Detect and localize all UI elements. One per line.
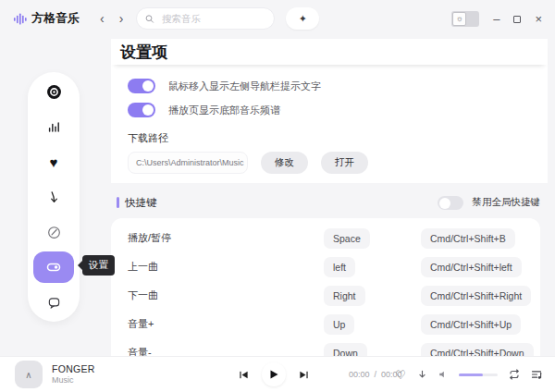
shortcut-action-label: 音量+ xyxy=(128,317,324,331)
maximize-icon xyxy=(513,16,521,23)
sidebar-item-favorites[interactable]: ♥ xyxy=(33,146,74,178)
chevron-up-icon: ∧ xyxy=(25,370,31,380)
nav-back-button[interactable]: ‹ xyxy=(100,12,105,25)
volume-fill xyxy=(459,374,483,376)
heart-icon: ♥ xyxy=(50,155,58,169)
shortcut-action-label: 下一曲 xyxy=(128,288,324,302)
page-title: 设置项 xyxy=(120,42,167,63)
shortcut-key-field[interactable]: left xyxy=(324,257,355,277)
volume-slider[interactable] xyxy=(459,374,498,376)
page-heading-strip: 设置项 xyxy=(111,39,548,65)
disable-global-shortcuts-label: 禁用全局快捷键 xyxy=(473,196,541,209)
shortcut-action-label: 上一曲 xyxy=(128,260,324,274)
settings-tooltip: 设置 xyxy=(82,255,115,276)
modify-path-button[interactable]: 修改 xyxy=(261,152,308,174)
play-icon xyxy=(270,370,278,379)
previous-button[interactable] xyxy=(239,370,249,380)
download-icon xyxy=(417,370,427,380)
theme-toggle[interactable]: ☼ xyxy=(451,11,479,27)
open-path-button[interactable]: 打开 xyxy=(321,152,368,174)
sidebar: ♥ xyxy=(28,72,80,322)
track-title: FONGER xyxy=(52,363,95,375)
shortcut-global-key-field[interactable]: Cmd/Ctrl+Shift+B xyxy=(421,228,515,249)
nav-forward-button[interactable]: › xyxy=(119,12,124,25)
download-path-row: C:\Users\Administrator\Music 修改 打开 xyxy=(128,152,548,174)
download-button[interactable] xyxy=(417,370,427,380)
section-accent-bar xyxy=(117,197,119,208)
setting-label: 播放页显示底部音乐频谱 xyxy=(168,104,280,117)
play-button[interactable] xyxy=(262,362,286,386)
disable-global-shortcuts-toggle[interactable] xyxy=(438,196,463,210)
search-icon xyxy=(145,14,154,24)
chat-bubble-icon xyxy=(47,296,61,310)
shortcut-key-field[interactable]: Right xyxy=(324,286,365,306)
download-path-label: 下载路径 xyxy=(128,131,548,145)
settings-page: 设置项 鼠标移入显示左侧导航栏提示文字 播放页显示底部音乐频谱 下载路径 C:\… xyxy=(104,39,555,356)
setting-row-nav-tooltip: 鼠标移入显示左侧导航栏提示文字 xyxy=(128,74,548,98)
circle-slash-icon xyxy=(47,226,61,239)
shortcut-global-key-field[interactable]: Cmd/Ctrl+Shift+Up xyxy=(421,314,521,335)
time-display: 00:00 / 00:00 xyxy=(349,370,402,379)
repeat-button[interactable] xyxy=(509,369,520,380)
chart-bars-icon xyxy=(47,120,61,134)
shortcut-row: 上一曲 left Cmd/Ctrl+Shift+left xyxy=(111,252,540,281)
minimize-button[interactable]: – xyxy=(493,12,500,26)
shortcut-row: 音量+ Up Cmd/Ctrl+Shift+Up xyxy=(111,310,540,338)
general-settings-panel: 鼠标移入显示左侧导航栏提示文字 播放页显示底部音乐频谱 下载路径 C:\User… xyxy=(111,65,548,183)
shortcuts-title: 快捷键 xyxy=(125,196,157,210)
favorite-button[interactable]: ♡ xyxy=(395,369,406,381)
shortcut-action-label: 播放/暂停 xyxy=(128,231,324,245)
sun-icon: ☼ xyxy=(452,12,466,26)
close-button[interactable]: × xyxy=(535,12,542,26)
previous-icon xyxy=(239,370,249,380)
sparkle-icon: ✦ xyxy=(299,13,307,24)
settings-toggle-icon xyxy=(45,260,62,275)
player-bar: ∧ FONGER Music xyxy=(0,356,555,392)
search-input[interactable] xyxy=(160,12,265,25)
time-separator: / xyxy=(375,370,377,379)
app-window: 方格音乐 ‹ › ✦ ☼ – × xyxy=(0,0,555,392)
player-right-controls: ♡ xyxy=(395,369,542,381)
volume-icon[interactable] xyxy=(438,370,448,379)
topbar: 方格音乐 ‹ › ✦ ☼ – × xyxy=(0,0,555,37)
audio-effect-button[interactable]: ✦ xyxy=(286,7,319,30)
down-arrow-icon xyxy=(47,190,61,204)
setting-row-spectrum: 播放页显示底部音乐频谱 xyxy=(128,98,548,122)
sidebar-item-settings[interactable] xyxy=(33,251,74,283)
logo-soundbars-icon xyxy=(13,12,27,26)
shortcut-key-field[interactable]: Space xyxy=(324,228,370,249)
spectrum-toggle[interactable] xyxy=(128,103,155,117)
app-logo: 方格音乐 xyxy=(13,10,80,27)
app-title: 方格音乐 xyxy=(31,10,80,27)
nav-arrows: ‹ › xyxy=(100,12,123,25)
window-controls: ☼ – × xyxy=(451,10,542,27)
shortcut-global-key-field[interactable]: Cmd/Ctrl+Shift+left xyxy=(421,257,522,277)
sidebar-item-feedback[interactable] xyxy=(33,287,74,318)
sidebar-item-download[interactable] xyxy=(33,181,74,213)
search-box[interactable] xyxy=(136,7,275,30)
next-icon xyxy=(299,370,309,380)
transport-controls xyxy=(239,362,309,386)
shortcut-key-field[interactable]: Up xyxy=(324,314,354,335)
album-art[interactable]: ∧ xyxy=(15,361,43,388)
shortcut-row: 播放/暂停 Space Cmd/Ctrl+Shift+B xyxy=(111,224,540,252)
sidebar-item-rank[interactable] xyxy=(33,111,74,142)
disc-icon xyxy=(46,84,62,100)
track-subtitle: Music xyxy=(52,375,95,386)
time-current: 00:00 xyxy=(349,370,370,379)
shortcut-row: 下一曲 Right Cmd/Ctrl+Shift+Right xyxy=(111,281,540,310)
playlist-icon xyxy=(531,369,542,380)
repeat-icon xyxy=(509,369,520,380)
next-button[interactable] xyxy=(299,370,309,380)
download-path-value: C:\Users\Administrator\Music xyxy=(128,152,248,174)
shortcut-global-key-field[interactable]: Cmd/Ctrl+Shift+Right xyxy=(421,286,531,306)
sidebar-item-music[interactable] xyxy=(33,76,74,107)
shortcuts-header: 快捷键 禁用全局快捷键 xyxy=(117,194,540,211)
nav-tooltip-toggle[interactable] xyxy=(128,79,155,93)
track-meta: FONGER Music xyxy=(52,363,95,386)
maximize-button[interactable] xyxy=(513,10,521,27)
sidebar-item-discover[interactable] xyxy=(33,216,74,248)
playlist-button[interactable] xyxy=(531,369,542,380)
setting-label: 鼠标移入显示左侧导航栏提示文字 xyxy=(168,80,321,93)
